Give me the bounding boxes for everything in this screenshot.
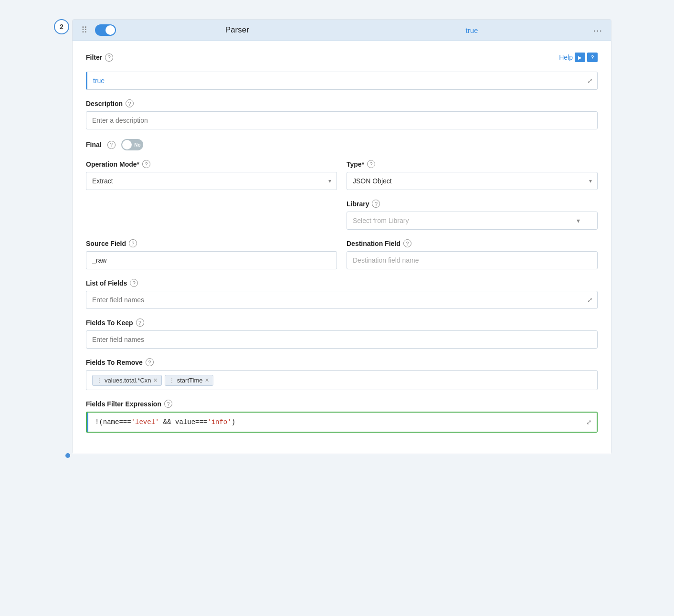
source-dest-row: Source Field ? Destination Field [86,239,598,269]
drag-handle-icon[interactable]: ⠿ [81,25,87,35]
panel-content: Filter ? Help ▶ ? ⤢ Description [73,41,611,454]
fields-to-keep-label: Fields To Keep [86,319,133,327]
fields-filter-expression-wrapper: !(name==='level' && value==='info') ⤢ [86,412,598,433]
list-of-fields-expand-icon[interactable]: ⤢ [587,296,593,304]
description-help-icon[interactable]: ? [126,99,134,107]
destination-field-label: Destination Field [347,240,400,247]
operation-mode-dropdown-wrapper: Extract Replace Delete ▾ [86,172,337,190]
more-options-button[interactable]: ··· [593,25,602,36]
library-placeholder: Select from Library [353,217,409,224]
destination-field-wrapper: Destination Field ? [347,239,598,269]
fields-filter-expression-help-icon[interactable]: ? [164,400,172,408]
library-left-spacer [86,200,337,230]
library-label: Library [347,200,369,208]
parser-panel: ⠿ Parser true ··· Filter ? Help ▶ ? [72,19,611,454]
destination-field-input[interactable] [347,251,598,269]
library-field: Library ? Select from Library ▾ [347,200,598,230]
operation-type-row: Operation Mode* ? Extract Replace Delete [86,160,598,190]
description-label: Description [86,100,123,107]
type-dropdown-wrapper: JSON Object CSV XML Key=Value ▾ [347,172,598,190]
list-of-fields-label: List of Fields [86,279,127,287]
help-play-icon: ▶ [575,53,585,62]
type-help-icon[interactable]: ? [367,160,375,168]
expr-part-5: ) [232,418,235,426]
description-input[interactable] [86,111,598,129]
source-field-input[interactable] [86,251,337,269]
filter-label: Filter [86,53,102,61]
operation-mode-label: Operation Mode* [86,160,139,168]
library-row: Library ? Select from Library ▾ [86,200,598,230]
fields-filter-expression-expand-icon[interactable]: ⤢ [586,418,592,426]
filter-field-wrapper: ⤢ [86,72,598,90]
panel-status: true [358,26,586,34]
source-field-help-icon[interactable]: ? [129,239,137,247]
fields-to-keep-wrapper [86,330,598,349]
final-toggle[interactable]: No [121,139,143,150]
panel-title: Parser [124,25,351,35]
destination-field-help-icon[interactable]: ? [403,239,411,247]
enable-toggle[interactable] [95,24,116,36]
list-of-fields-input[interactable] [86,291,598,309]
list-of-fields-help-icon[interactable]: ? [130,279,138,287]
tag-starttime: ⋮ startTime × [165,375,213,386]
list-of-fields-section: List of Fields ? ⤢ [86,279,598,309]
final-toggle-label: No [134,142,140,148]
fields-to-remove-help-icon[interactable]: ? [146,358,154,366]
fields-filter-expression-section: Fields Filter Expression ? !(name==='lev… [86,400,598,433]
tag-label: startTime [177,377,203,384]
final-row: Final ? No [86,139,598,150]
fields-to-remove-section: Fields To Remove ? ⋮ values.total.*Cxn ×… [86,358,598,390]
fields-to-keep-help-icon[interactable]: ? [136,319,144,327]
expr-part-2: 'level' [131,418,159,426]
filter-expand-icon[interactable]: ⤢ [587,77,593,85]
help-question-icon: ? [587,53,598,62]
type-label: Type* [347,160,364,168]
library-help-icon[interactable]: ? [372,200,380,208]
help-link[interactable]: Help ▶ ? [559,53,598,62]
filter-help-icon[interactable]: ? [105,53,113,62]
fields-to-remove-tags-input[interactable]: ⋮ values.total.*Cxn × ⋮ startTime × [86,370,598,390]
fields-to-keep-input[interactable] [86,330,598,349]
operation-mode-help-icon[interactable]: ? [142,160,150,168]
expr-part-1: !(name=== [95,418,131,426]
library-select-button[interactable]: Select from Library ▾ [347,212,598,230]
step-badge: 2 [54,19,69,34]
filter-input[interactable] [86,72,598,90]
top-bar: ⠿ Parser true ··· [73,20,611,41]
tag-remove-icon[interactable]: × [205,377,209,383]
type-field: Type* ? JSON Object CSV XML Key=Value [347,160,598,190]
tag-remove-icon[interactable]: × [154,377,158,383]
fields-to-keep-section: Fields To Keep ? [86,319,598,349]
description-section-header: Description ? [86,99,598,107]
source-field-label: Source Field [86,240,126,247]
expr-part-4: 'info' [207,418,231,426]
fields-filter-expression-display[interactable]: !(name==='level' && value==='info') [87,413,597,432]
list-of-fields-wrapper: ⤢ [86,291,598,309]
tag-drag-icon: ⋮ [169,377,175,383]
tag-label: values.total.*Cxn [105,377,151,384]
tag-values-total-cxn: ⋮ values.total.*Cxn × [92,375,162,386]
filter-section-header: Filter ? Help ▶ ? [86,53,598,62]
operation-mode-field: Operation Mode* ? Extract Replace Delete [86,160,337,190]
tag-drag-icon: ⋮ [96,377,102,383]
final-help-icon[interactable]: ? [107,141,116,149]
type-select[interactable]: JSON Object CSV XML Key=Value [347,172,598,190]
library-dropdown-wrapper: Select from Library ▾ [347,212,598,230]
step-badge-dot [65,453,70,458]
final-label: Final [86,141,102,149]
source-field-wrapper: Source Field ? [86,239,337,269]
expr-part-3: && value=== [159,418,207,426]
operation-mode-select[interactable]: Extract Replace Delete [86,172,337,190]
fields-filter-expression-label: Fields Filter Expression [86,400,161,408]
fields-to-remove-label: Fields To Remove [86,359,143,366]
library-chevron-icon: ▾ [577,217,580,224]
